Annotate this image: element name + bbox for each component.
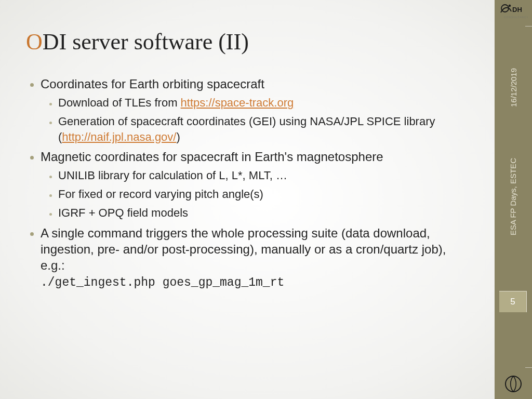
command-text: ./get_ingest.php goes_gp_mag_1m_rt xyxy=(41,276,284,289)
link-naif-jpl[interactable]: http://naif.jpl.nasa.gov/ xyxy=(62,130,176,143)
sub-list: Download of TLEs from https://space-trac… xyxy=(41,95,468,144)
bullet-list: Coordinates for Earth orbiting spacecraf… xyxy=(26,76,468,291)
title-rest: DI server software (II) xyxy=(43,29,249,55)
bracket-decoration xyxy=(525,295,532,368)
page-number-badge: 5 xyxy=(499,291,527,312)
bullet-text: IGRF + OPQ field models xyxy=(58,206,188,219)
dh-logo: DH CONSULTANCY xyxy=(499,3,528,22)
bullet-text: Magnetic coordinates for spacecraft in E… xyxy=(41,150,383,164)
sidebar: DH CONSULTANCY 16/12/2019 ESA FP Days, E… xyxy=(495,0,532,399)
list-item: UNILIB library for calculation of L, L*,… xyxy=(58,168,468,183)
bullet-text: For fixed or record varying pitch angle(… xyxy=(58,188,263,201)
bullet-text: ) xyxy=(176,130,180,143)
sidebar-event: ESA FP Days, ESTEC xyxy=(509,158,518,235)
sub-list: UNILIB library for calculation of L, L*,… xyxy=(41,168,468,220)
svg-point-1 xyxy=(509,5,511,7)
bullet-text: A single command triggers the whole proc… xyxy=(41,226,446,272)
svg-point-2 xyxy=(506,376,521,392)
list-item: A single command triggers the whole proc… xyxy=(41,225,468,291)
list-item: IGRF + OPQ field models xyxy=(58,205,468,221)
list-item: Coordinates for Earth orbiting spacecraf… xyxy=(41,76,468,144)
bracket-decoration xyxy=(525,26,532,99)
list-item: For fixed or record varying pitch angle(… xyxy=(58,187,468,202)
logo-sub: CONSULTANCY xyxy=(504,16,528,19)
logo-text: DH xyxy=(512,6,522,14)
list-item: Generation of spacecraft coordinates (GE… xyxy=(58,114,468,144)
bullet-text: UNILIB library for calculation of L, L*,… xyxy=(58,169,287,182)
content-area: ODI server software (II) Coordinates for… xyxy=(0,0,488,399)
page-number: 5 xyxy=(510,297,515,307)
bullet-text: Download of TLEs from xyxy=(58,96,181,109)
title-accent: O xyxy=(26,29,43,55)
bullet-text: Coordinates for Earth orbiting spacecraf… xyxy=(41,77,264,91)
list-item: Magnetic coordinates for spacecraft in E… xyxy=(41,149,468,220)
footer-circle-icon xyxy=(504,375,522,393)
slide: ODI server software (II) Coordinates for… xyxy=(0,0,532,399)
list-item: Download of TLEs from https://space-trac… xyxy=(58,95,468,111)
sidebar-date: 16/12/2019 xyxy=(509,68,518,107)
link-space-track[interactable]: https://space-track.org xyxy=(181,96,294,109)
slide-title: ODI server software (II) xyxy=(26,29,468,55)
